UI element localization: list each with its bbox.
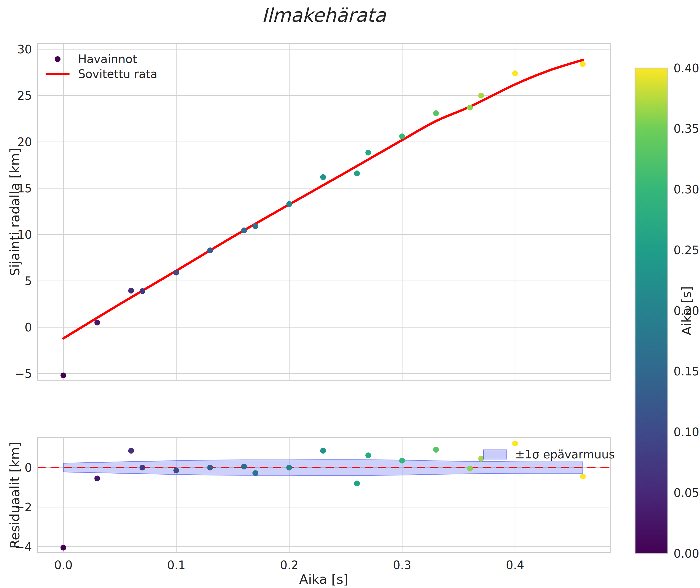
uncertainty-band-swatch-icon bbox=[483, 450, 507, 459]
main-y-tick-label: 5 bbox=[25, 274, 32, 288]
scatter-point-residual bbox=[512, 441, 518, 446]
x-tick-label: 0.3 bbox=[393, 558, 412, 572]
scatter-point-main bbox=[286, 201, 292, 207]
scatter-point-residual bbox=[365, 452, 371, 458]
scatter-point-main bbox=[400, 134, 405, 139]
scatter-point-main bbox=[433, 110, 439, 116]
chart-title: Ilmakehärata bbox=[37, 4, 610, 26]
colorbar-tick-label: 0.15 bbox=[674, 365, 699, 378]
residual-legend: ±1σ epävarmuus bbox=[483, 448, 615, 461]
scatter-point-residual bbox=[173, 468, 179, 473]
scatter-point-main bbox=[320, 174, 326, 180]
scatter-point-residual bbox=[60, 545, 66, 551]
line-marker-icon bbox=[44, 73, 71, 75]
scatter-point-main bbox=[207, 247, 213, 253]
x-tick-label: 0.4 bbox=[506, 558, 524, 572]
colorbar-tick-label: 0.05 bbox=[674, 486, 699, 500]
residual-y-tick-label: 0 bbox=[25, 461, 32, 474]
colorbar-tick-label: 0.10 bbox=[674, 425, 699, 439]
scatter-marker-icon bbox=[44, 56, 71, 62]
colorbar-tick-label: 0.40 bbox=[674, 62, 699, 75]
scatter-point-main bbox=[354, 170, 360, 176]
scatter-point-main bbox=[128, 288, 134, 293]
main-legend: Havainnot Sovitettu rata bbox=[44, 52, 157, 81]
scatter-point-residual bbox=[207, 465, 213, 470]
legend-item-observations: Havainnot bbox=[44, 52, 157, 66]
scatter-point-main bbox=[478, 93, 484, 98]
residual-y-axis-label: Residuaalit [km] bbox=[7, 442, 23, 549]
legend-label: ±1σ epävarmuus bbox=[515, 448, 615, 461]
figure-root: 302520151050−50−2−40.00.10.20.30.40.400.… bbox=[0, 0, 700, 588]
scatter-point-residual bbox=[433, 447, 439, 453]
scatter-point-main bbox=[241, 228, 247, 233]
scatter-point-residual bbox=[400, 458, 405, 464]
x-tick-label: 0.2 bbox=[280, 558, 298, 572]
legend-label: Havainnot bbox=[78, 52, 137, 66]
main-y-tick-label: −5 bbox=[15, 367, 32, 380]
x-tick-label: 0.0 bbox=[54, 558, 73, 572]
scatter-point-main bbox=[580, 61, 586, 67]
colorbar-tick-label: 0.25 bbox=[674, 243, 699, 257]
colorbar bbox=[635, 68, 668, 553]
main-y-tick-label: 0 bbox=[25, 321, 32, 334]
scatter-point-main bbox=[140, 288, 145, 294]
x-tick-label: 0.1 bbox=[167, 558, 185, 572]
main-axes-frame bbox=[37, 44, 610, 380]
main-y-tick-label: 30 bbox=[17, 43, 32, 56]
scatter-point-residual bbox=[580, 474, 586, 479]
scatter-point-residual bbox=[128, 448, 134, 454]
colorbar-tick-label: 0.35 bbox=[674, 122, 699, 135]
legend-label: Sovitettu rata bbox=[78, 67, 157, 81]
scatter-point-main bbox=[365, 150, 371, 156]
legend-item-fitted-line: Sovitettu rata bbox=[44, 66, 157, 81]
scatter-point-residual bbox=[241, 464, 247, 469]
scatter-point-residual bbox=[252, 470, 258, 476]
scatter-point-residual bbox=[140, 465, 145, 470]
scatter-point-main bbox=[512, 70, 518, 76]
scatter-point-main bbox=[94, 320, 100, 325]
scatter-point-residual bbox=[320, 448, 326, 454]
x-axis-label: Aika [s] bbox=[37, 572, 610, 587]
chart-canvas: 302520151050−50−2−40.00.10.20.30.40.400.… bbox=[0, 0, 700, 588]
colorbar-tick-label: 0.30 bbox=[674, 183, 699, 196]
scatter-point-main bbox=[60, 373, 66, 378]
scatter-point-residual bbox=[467, 466, 473, 471]
scatter-point-main bbox=[173, 270, 179, 275]
scatter-point-main bbox=[467, 105, 473, 110]
colorbar-tick-label: 0.00 bbox=[674, 547, 699, 560]
main-y-axis-label: Sijainti radalla [km] bbox=[7, 148, 23, 276]
scatter-point-residual bbox=[286, 465, 292, 470]
scatter-point-residual bbox=[94, 476, 100, 481]
fit-curve bbox=[63, 60, 583, 339]
scatter-point-residual bbox=[354, 480, 360, 486]
colorbar-label: Aika [s] bbox=[679, 286, 694, 335]
scatter-point-main bbox=[252, 223, 258, 229]
main-y-tick-label: 25 bbox=[17, 89, 32, 102]
main-y-tick-label: 20 bbox=[17, 135, 32, 149]
